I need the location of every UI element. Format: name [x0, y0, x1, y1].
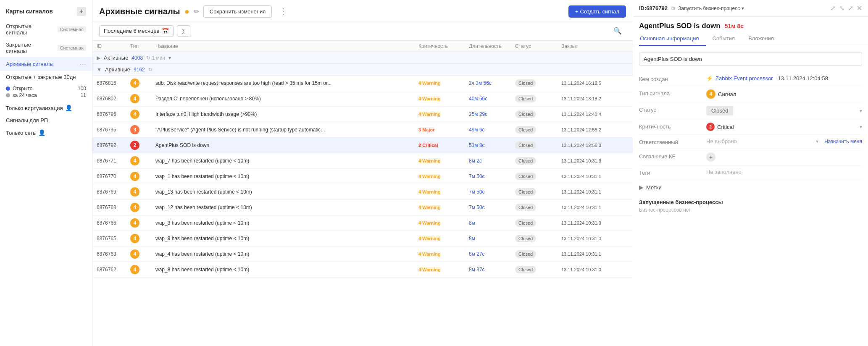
tab-attachments[interactable]: Вложения [747, 32, 781, 46]
type-num: 4 [130, 249, 139, 259]
status-badge: Closed [515, 266, 536, 273]
row-duration: 40м 56с [469, 96, 515, 102]
row-type-icon: 4 [130, 187, 155, 197]
more-options-button[interactable]: ⋮ [276, 5, 290, 18]
add-ke-button[interactable]: + [706, 152, 715, 162]
sidebar-item-archive-signals[interactable]: Архивные сигналы ⋯ [0, 57, 92, 71]
legend-open: Открыто 100 [6, 86, 86, 92]
tab-events[interactable]: События [712, 32, 742, 46]
formula-button[interactable]: ∑ [177, 25, 190, 37]
processes-title: Запущенные бизнес-процессы [639, 199, 862, 205]
archive-section-count: 9162 [134, 67, 145, 73]
sidebar-item-rp-signals[interactable]: Сигналы для РП [0, 114, 92, 126]
signal-name-input[interactable] [639, 52, 862, 66]
type-num: 4 [130, 187, 139, 197]
type-num: 4 [130, 218, 139, 228]
criticality-badge: 4 Warning [418, 174, 441, 179]
more-icon[interactable]: ⋯ [79, 60, 86, 68]
share-button[interactable]: ⤢ [830, 4, 836, 12]
table-row[interactable]: 6876763 4 wap_4 has been restarted (upti… [92, 246, 633, 262]
row-closed: 13.11.2024 10:31:0 [561, 236, 629, 241]
row-name: wap_1 has been restarted (uptime < 10m) [155, 173, 418, 179]
row-type-icon: 4 [130, 156, 155, 165]
table-row[interactable]: 6876792 2 AgentPlus SOD is down 2 Critic… [92, 138, 633, 153]
date-filter[interactable]: Последние 6 месяцев 📅 [99, 25, 174, 37]
detail-id: ID:6876792 [639, 5, 668, 11]
table-row[interactable]: 6876770 4 wap_1 has been restarted (upti… [92, 169, 633, 184]
table-row[interactable]: 6876765 4 wap_9 has been restarted (upti… [92, 231, 633, 246]
sidebar-add-button[interactable]: + [77, 7, 86, 16]
table-row[interactable]: 6876762 4 wap_8 has been restarted (upti… [92, 262, 633, 278]
search-button[interactable]: 🔍 [609, 25, 626, 37]
sidebar-item-network-only[interactable]: Только сеть 👤 [0, 126, 92, 139]
field-assignee: Ответственный Не выбрано ▾ Назначить мен… [639, 135, 862, 149]
row-closed: 13.11.2024 10:31:0 [561, 267, 629, 272]
fullscreen-button[interactable]: ⤢ [848, 4, 853, 12]
field-type-label: Тип сигнала [639, 89, 706, 97]
signal-type-text: Сигнал [718, 91, 736, 97]
toolbar: Последние 6 месяцев 📅 ∑ 🔍 [92, 21, 633, 41]
row-closed: 13.11.2024 10:31:1 [561, 189, 629, 194]
status-row[interactable]: Closed ▾ [706, 106, 862, 115]
table-row[interactable]: 6876769 4 wap_13 has been restarted (upt… [92, 184, 633, 200]
row-id: 6876762 [97, 267, 130, 273]
type-num: 4 [130, 172, 139, 181]
save-button[interactable]: Сохранить изменения [203, 5, 272, 18]
row-status: Closed [515, 204, 561, 210]
sidebar-header: Карты сигналов + [0, 4, 92, 20]
table-row[interactable]: 6876768 4 wap_12 has been restarted (upt… [92, 200, 633, 215]
field-ke: Связанные КЕ + [639, 149, 862, 165]
legend-day-count: 11 [81, 92, 86, 98]
table-row[interactable]: 6876795 3 "APlusService" (Agent Plus Ser… [92, 122, 633, 138]
archive-refresh-icon[interactable]: ↻ [148, 67, 153, 73]
refresh-icon[interactable]: ↻ 1 мин [146, 55, 165, 61]
col-type: Тип [130, 43, 155, 49]
sidebar-item-open-signals[interactable]: Открытые сигналы Системная [0, 20, 92, 39]
assignee-row[interactable]: Не выбрано ▾ Назначить меня [706, 138, 862, 144]
tab-basic-info[interactable]: Основная информация [639, 32, 706, 46]
field-tags: Теги Не заполнено [639, 165, 862, 180]
row-type-icon: 4 [130, 203, 155, 212]
active-section-row[interactable]: ▶ Активные 4008 ↻ 1 мин ▾ [92, 52, 633, 64]
row-criticality: 4 Warning [418, 204, 469, 210]
row-duration: 8м 2с [469, 158, 515, 164]
criticality-dropdown-arrow: ▾ [860, 124, 862, 130]
table-row[interactable]: 6876796 4 Interface tun0: High bandwidth… [92, 107, 633, 122]
row-id: 6876792 [97, 142, 130, 148]
row-criticality: 4 Warning [418, 189, 469, 195]
row-closed: 13.11.2024 10:31:1 [561, 174, 629, 179]
table-row[interactable]: 6876802 4 Раздел С: переполнен (использо… [92, 91, 633, 107]
criticality-row[interactable]: 2 Critical ▾ [706, 123, 862, 131]
detail-content: Кем создан ⚡ Zabbix Event processor 13.1… [633, 46, 868, 223]
table-row[interactable]: 6876816 4 sdb: Disk read/write request r… [92, 76, 633, 91]
marks-row[interactable]: ▶ Метки [639, 180, 862, 195]
col-duration: Длительность [469, 43, 515, 49]
copy-icon[interactable]: ⧉ [671, 5, 675, 12]
create-signal-button[interactable]: + Создать сигнал [568, 5, 626, 18]
expand-button[interactable]: ⤡ [839, 4, 844, 12]
row-name: sdb: Disk read/write request responses a… [155, 80, 418, 86]
field-criticality: Критичность 2 Critical ▾ [639, 119, 862, 135]
row-duration: 7м 50с [469, 204, 515, 210]
sidebar-item-open-closed-30[interactable]: Открытые + закрытые 30дн [0, 71, 92, 83]
sidebar-item-label: Архивные сигналы [6, 61, 54, 67]
table-row[interactable]: 6876771 4 wap_7 has been restarted (upti… [92, 153, 633, 169]
row-status: Closed [515, 80, 561, 86]
type-num: 4 [130, 94, 139, 103]
marks-label: Метки [646, 184, 662, 191]
table-header: ID Тип Название Критичность Длительность… [92, 41, 633, 52]
creator-name[interactable]: Zabbix Event processor [715, 75, 773, 81]
status-badge: Closed [515, 79, 536, 87]
edit-icon[interactable]: ✏ [194, 8, 199, 16]
criticality-badge: 3 Major [418, 127, 435, 132]
assign-me-link[interactable]: Назначить меня [824, 139, 862, 144]
sidebar-item-closed-signals[interactable]: Закрытые сигналы Системная [0, 39, 92, 57]
sidebar-item-label: Только виртуализация [6, 105, 63, 111]
archive-section-row[interactable]: ▼ Архивные 9162 ↻ [92, 64, 633, 76]
launch-process-button[interactable]: Запустить бизнес-процесс ▾ [678, 5, 744, 11]
table-row[interactable]: 6876766 4 wap_3 has been restarted (upti… [92, 215, 633, 231]
sidebar-item-virtualization[interactable]: Только виртуализация 👤 [0, 102, 92, 114]
close-panel-button[interactable]: ✕ [857, 4, 862, 12]
row-criticality: 4 Warning [418, 267, 469, 273]
row-criticality: 4 Warning [418, 220, 469, 226]
